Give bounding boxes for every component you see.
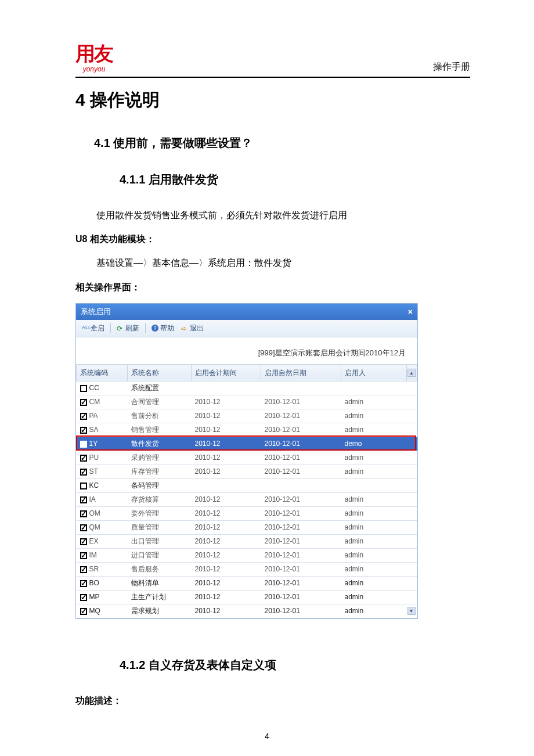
scrollbar-track[interactable] [407, 437, 417, 451]
toolbar-help-button[interactable]: ? 帮助 [149, 322, 176, 334]
toolbar-refresh-button[interactable]: ⟳ 刷新 [114, 322, 142, 334]
cell-date: 2010-12-01 [261, 520, 341, 534]
col-header-user[interactable]: 启用人 [341, 365, 407, 381]
scrollbar-track[interactable] [407, 478, 417, 492]
checkbox-icon[interactable] [80, 469, 87, 476]
cell-name: 出口管理 [128, 534, 192, 548]
checkbox-icon[interactable] [80, 538, 87, 545]
checkbox-icon[interactable] [80, 608, 87, 615]
checkbox-icon[interactable] [80, 594, 87, 601]
table-row[interactable]: KC条码管理 [77, 478, 417, 492]
cell-date [261, 381, 341, 395]
checkbox-icon[interactable] [80, 524, 87, 531]
scrollbar-track[interactable] [407, 562, 417, 576]
table-row[interactable]: PU采购管理2010-122010-12-01admin [77, 451, 417, 465]
cell-name: 销售管理 [128, 423, 192, 437]
toolbar-all-button[interactable]: ALL✓ 全启 [80, 322, 107, 334]
scrollbar-track[interactable] [407, 506, 417, 520]
system-enable-window: 系统启用 × ALL✓ 全启 ⟳ 刷新 ? 帮助 ➪ 退出 [999]星空演示账… [75, 303, 418, 619]
checkbox-icon[interactable] [80, 413, 87, 420]
scrollbar-track[interactable] [407, 423, 417, 437]
cell-code: QM [77, 520, 128, 534]
scroll-up-icon[interactable]: ▲ [407, 369, 416, 377]
table-row[interactable]: EX出口管理2010-122010-12-01admin [77, 534, 417, 548]
system-table: 系统编码 系统名称 启用会计期间 启用自然日期 启用人 ▲ CC系统配置CM合同… [76, 365, 417, 618]
heading-3-2: 4.1.2 自义存货及表体自定义项 [120, 657, 470, 673]
scrollbar-track[interactable] [407, 590, 417, 604]
checkbox-icon[interactable] [80, 455, 87, 462]
scrollbar-track[interactable]: ▼ [407, 604, 417, 618]
cell-period: 2010-12 [192, 506, 261, 520]
checkbox-icon[interactable] [80, 566, 87, 573]
scrollbar-track[interactable] [407, 409, 417, 423]
cell-date: 2010-12-01 [261, 409, 341, 423]
col-header-code[interactable]: 系统编码 [77, 365, 128, 381]
table-row[interactable]: IM进口管理2010-122010-12-01admin [77, 548, 417, 562]
scroll-down-icon[interactable]: ▼ [407, 607, 416, 615]
table-row[interactable]: MQ需求规划2010-122010-12-01admin▼ [77, 604, 417, 618]
checkbox-icon[interactable] [80, 496, 87, 503]
cell-code-text: SR [89, 565, 99, 573]
scrollbar-track[interactable] [407, 381, 417, 395]
scrollbar-track[interactable] [407, 465, 417, 478]
checkbox-icon[interactable] [80, 510, 87, 517]
scrollbar-track[interactable] [407, 520, 417, 534]
table-row[interactable]: SR售后服务2010-122010-12-01admin [77, 562, 417, 576]
logo-cn-text: 用友 [75, 41, 113, 67]
checkbox-icon[interactable] [80, 441, 87, 448]
exit-icon: ➪ [181, 325, 188, 332]
checkbox-icon[interactable] [80, 580, 87, 587]
table-row[interactable]: OM委外管理2010-122010-12-01admin [77, 506, 417, 520]
table-row[interactable]: 1Y散件发货2010-122010-12-01demo [77, 437, 417, 451]
scrollbar-track[interactable] [407, 548, 417, 562]
scrollbar-track[interactable] [407, 576, 417, 590]
scrollbar-track[interactable] [407, 395, 417, 409]
cell-name: 库存管理 [128, 465, 192, 478]
cell-period: 2010-12 [192, 590, 261, 604]
table-row[interactable]: ST库存管理2010-122010-12-01admin [77, 465, 417, 478]
cell-date: 2010-12-01 [261, 562, 341, 576]
cell-user: admin [341, 534, 407, 548]
cell-code: PU [77, 451, 128, 465]
cell-period: 2010-12 [192, 604, 261, 618]
cell-period: 2010-12 [192, 576, 261, 590]
scrollbar-track[interactable] [407, 534, 417, 548]
cell-date: 2010-12-01 [261, 451, 341, 465]
cell-date: 2010-12-01 [261, 423, 341, 437]
cell-code-text: EX [89, 537, 99, 545]
checkbox-icon[interactable] [80, 399, 87, 406]
toolbar-refresh-label: 刷新 [125, 323, 139, 333]
heading-3-1: 4.1.1 启用散件发货 [120, 172, 470, 188]
col-header-date[interactable]: 启用自然日期 [261, 365, 341, 381]
table-row[interactable]: SA销售管理2010-122010-12-01admin [77, 423, 417, 437]
cell-period: 2010-12 [192, 548, 261, 562]
table-row[interactable]: QM质量管理2010-122010-12-01admin [77, 520, 417, 534]
paragraph-enable-note: 使用散件发货销售业务模式前，必须先针对散件发货进行启用 [96, 207, 470, 223]
table-row[interactable]: CC系统配置 [77, 381, 417, 395]
cell-date: 2010-12-01 [261, 492, 341, 506]
table-row[interactable]: CM合同管理2010-122010-12-01admin [77, 395, 417, 409]
cell-user: admin [341, 395, 407, 409]
checkbox-icon[interactable] [80, 552, 87, 559]
cell-code-text: BO [89, 579, 99, 587]
cell-user: admin [341, 423, 407, 437]
close-icon[interactable]: × [408, 307, 413, 316]
checkbox-icon[interactable] [80, 385, 87, 392]
col-header-period[interactable]: 启用会计期间 [192, 365, 261, 381]
checkbox-icon[interactable] [80, 483, 87, 489]
cell-date: 2010-12-01 [261, 604, 341, 618]
scrollbar-track[interactable] [407, 492, 417, 506]
table-row[interactable]: PA售前分析2010-122010-12-01admin [77, 409, 417, 423]
cell-code: SA [77, 423, 128, 437]
cell-code: MQ [77, 604, 128, 618]
toolbar-exit-button[interactable]: ➪ 退出 [179, 322, 206, 334]
col-header-name[interactable]: 系统名称 [128, 365, 192, 381]
table-row[interactable]: MP主生产计划2010-122010-12-01admin [77, 590, 417, 604]
page-header: 用友 yonyou 操作手册 [75, 41, 470, 78]
scrollbar-track[interactable] [407, 451, 417, 465]
checkbox-icon[interactable] [80, 427, 87, 434]
table-row[interactable]: IA存货核算2010-122010-12-01admin [77, 492, 417, 506]
cell-period: 2010-12 [192, 520, 261, 534]
cell-code: ST [77, 465, 128, 478]
table-row[interactable]: BO物料清单2010-122010-12-01admin [77, 576, 417, 590]
